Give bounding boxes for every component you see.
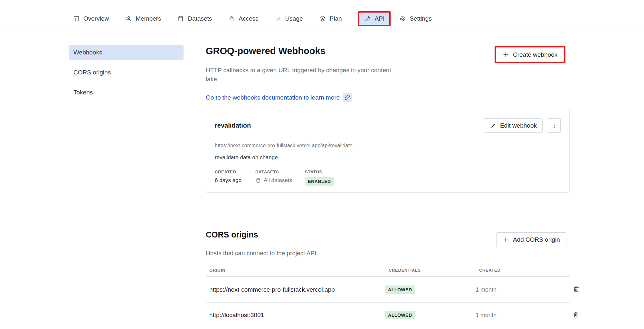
table-row: http://localhost:3001 ALLOWED 1 month [206, 303, 570, 328]
datasets-value-text: All datasets [264, 177, 292, 184]
chart-icon [275, 15, 282, 22]
webhook-card: revalidation Edit webhook https://next-c… [206, 109, 570, 193]
create-webhook-annotation: Create webhook [495, 46, 565, 63]
column-header-origin: ORIGIN [206, 268, 385, 273]
tab-label: Access [239, 15, 258, 22]
credentials-badge: ALLOWED [385, 311, 415, 319]
add-cors-origin-label: Add CORS origin [513, 236, 560, 243]
layers-icon [319, 15, 326, 22]
create-webhook-button[interactable]: Create webhook [496, 47, 564, 62]
cors-section-title: CORS origins [206, 230, 258, 239]
tab-label: Plan [330, 15, 342, 22]
table-header-row: ORIGIN CREDENTIALS CREATED [206, 268, 570, 277]
webhooks-doc-link[interactable]: Go to the webhooks documentation to lear… [206, 93, 352, 102]
table-row: https://next-commerce-pro-fullstack.verc… [206, 277, 570, 303]
webhook-url: https://next-commerce-pro-fullstack.verc… [215, 143, 561, 149]
credentials-badge: ALLOWED [385, 285, 415, 294]
cors-description: Hosts that can connect to the project AP… [206, 250, 318, 257]
overview-icon [73, 15, 80, 22]
sidebar-item-label: Tokens [73, 89, 93, 96]
sidebar-item-cors-origins[interactable]: CORS origins [69, 65, 184, 80]
meta-value-created: 6 days ago [215, 177, 255, 184]
plug-icon [364, 15, 371, 22]
delete-origin-button[interactable] [572, 311, 580, 320]
top-navigation: Overview Members Datasets Access Usage P… [0, 0, 644, 30]
webhooks-description: HTTP callbacks to a given URL triggered … [206, 66, 394, 84]
tab-access[interactable]: Access [228, 15, 258, 22]
created-cell: 1 month [476, 286, 572, 293]
gear-icon [399, 15, 406, 22]
tab-usage[interactable]: Usage [275, 15, 303, 22]
tab-label: Usage [285, 15, 303, 22]
column-header-credentials: CREDENTIALS [385, 268, 476, 273]
add-cors-origin-button[interactable]: Add CORS origin [496, 232, 566, 247]
tab-members[interactable]: Members [125, 15, 161, 22]
sidebar-item-label: CORS origins [73, 69, 111, 76]
webhook-meta: CREATED 6 days ago DATASETS All datasets… [215, 169, 561, 186]
datasets-icon [177, 15, 184, 22]
tab-label: Datasets [188, 15, 212, 22]
sidebar-item-label: Webhooks [73, 49, 102, 56]
edit-webhook-label: Edit webhook [500, 122, 537, 129]
tab-datasets[interactable]: Datasets [177, 15, 212, 22]
meta-label-created: CREATED [215, 169, 255, 174]
sidebar-item-webhooks[interactable]: Webhooks [69, 45, 184, 60]
tab-label: API [375, 15, 385, 22]
delete-origin-button[interactable] [572, 285, 580, 294]
create-webhook-label: Create webhook [513, 51, 557, 58]
tab-overview[interactable]: Overview [73, 15, 109, 22]
page-title: GROQ-powered Webhooks [206, 46, 326, 56]
webhook-menu-button[interactable] [548, 118, 561, 133]
created-cell: 1 month [476, 312, 572, 319]
tab-label: Members [136, 15, 161, 22]
meta-label-status: STATUS [305, 169, 334, 174]
plus-icon [503, 52, 509, 58]
database-icon [255, 178, 261, 183]
members-icon [125, 15, 132, 22]
trash-icon [573, 286, 580, 293]
plus-icon [503, 237, 509, 243]
status-badge: ENABLED [305, 177, 334, 186]
origin-cell: http://localhost:3001 [206, 312, 385, 319]
tab-label: Settings [410, 15, 432, 22]
edit-webhook-button[interactable]: Edit webhook [484, 118, 543, 133]
tab-api[interactable]: API [358, 11, 391, 26]
webhook-description: revalidate data on change [215, 154, 561, 161]
cors-origins-table: ORIGIN CREDENTIALS CREATED https://next-… [206, 268, 570, 328]
lock-icon [228, 15, 235, 22]
tab-settings[interactable]: Settings [399, 15, 432, 22]
settings-sidebar: Webhooks CORS origins Tokens [69, 45, 184, 105]
sidebar-item-tokens[interactable]: Tokens [69, 85, 184, 100]
origin-cell: https://next-commerce-pro-fullstack.verc… [206, 286, 385, 293]
pencil-icon [490, 122, 496, 129]
meta-label-datasets: DATASETS [255, 169, 305, 174]
doc-link-text: Go to the webhooks documentation to lear… [206, 94, 340, 101]
trash-icon [573, 311, 580, 318]
column-header-created: CREATED [476, 268, 572, 273]
kebab-menu-icon [551, 123, 557, 129]
webhook-name: revalidation [215, 122, 251, 129]
tab-plan[interactable]: Plan [319, 15, 342, 22]
link-icon [343, 93, 352, 102]
meta-value-datasets: All datasets [255, 177, 305, 184]
tab-label: Overview [83, 15, 109, 22]
